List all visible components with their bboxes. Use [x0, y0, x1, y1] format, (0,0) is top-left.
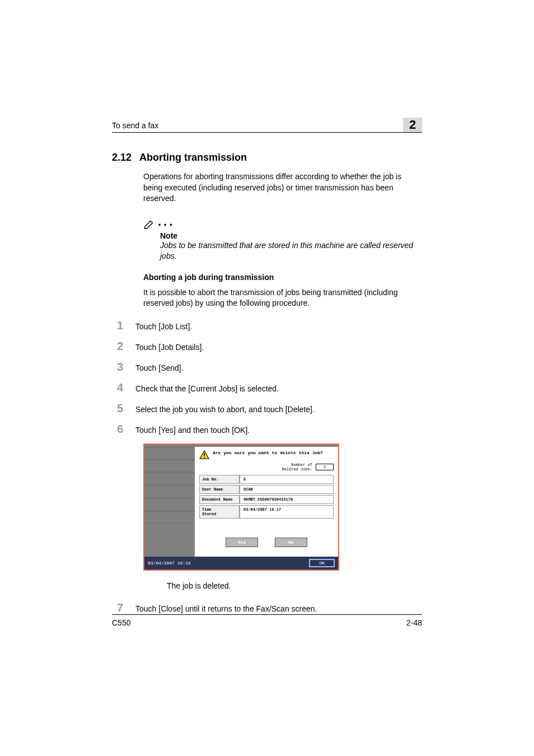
step-number: 5 [112, 402, 123, 415]
deleted-count-label: Number of Deleted Jobs: [282, 463, 312, 472]
step-text: Touch [Job List]. [135, 321, 192, 332]
username-label: User Name [199, 485, 240, 494]
tab-slot [144, 511, 195, 524]
timestored-value: 03/04/2007 16:17 [240, 505, 334, 519]
tab-slot [144, 447, 195, 459]
model-label: C550 [112, 618, 130, 627]
note-ellipsis-icon: ... [158, 214, 175, 230]
note-label: Note [160, 231, 422, 240]
no-button[interactable]: No [275, 538, 307, 547]
step-item: 7 Touch [Close] until it returns to the … [112, 601, 422, 614]
tab-slot [144, 498, 195, 511]
tab-slot [144, 473, 195, 485]
running-header: To send a fax 2 [112, 118, 422, 133]
subsection-intro: It is possible to abort the transmission… [143, 287, 422, 309]
subsection-heading: Aborting a job during transmission [143, 273, 422, 282]
step-number: 7 [112, 601, 123, 614]
section-title: Aborting transmission [139, 152, 247, 164]
ok-button[interactable]: OK [309, 559, 335, 567]
username-value: SCAN [240, 485, 334, 494]
step-text: Touch [Job Details]. [135, 342, 204, 353]
step-item: 5 Select the job you wish to abort, and … [112, 402, 422, 415]
step-number: 6 [112, 423, 123, 436]
tab-slot [144, 486, 195, 498]
deleted-count-value: 1 [316, 464, 334, 470]
note-icon-row: ... [143, 214, 422, 230]
chapter-number: 2 [409, 118, 416, 132]
page-number: 2-48 [406, 618, 422, 627]
dialog-question: Are you sure you want to delete this Job… [213, 450, 323, 455]
section-number: 2.12 [112, 152, 132, 164]
step-item: 4 Check that the [Current Jobs] is selec… [112, 381, 422, 394]
step-item: 1 Touch [Job List]. [112, 319, 422, 332]
tab-slot [144, 460, 195, 472]
dialog-screenshot: Are you sure you want to delete this Job… [143, 444, 422, 571]
step-text: Touch [Yes] and then touch [OK]. [135, 425, 250, 436]
timestored-label: Time Stored [199, 505, 240, 519]
step-number: 2 [112, 340, 123, 353]
result-text: The job is deleted. [167, 581, 422, 592]
dialog-side-tabs [144, 447, 195, 557]
yes-button[interactable]: Yes [226, 538, 258, 547]
steps-list: 1 Touch [Job List]. 2 Touch [Job Details… [112, 319, 422, 436]
jobno-label: Job No. [199, 475, 240, 484]
step-number: 1 [112, 319, 123, 332]
docname-value: SKMBT_C55007030416170 [240, 495, 334, 504]
step-text: Touch [Send]. [135, 363, 184, 374]
warning-icon [199, 450, 209, 459]
pencil-icon [143, 218, 156, 230]
step-item: 3 Touch [Send]. [112, 361, 422, 374]
step-text: Check that the [Current Jobs] is selecte… [135, 384, 279, 394]
page-footer: C550 2-48 [112, 614, 422, 627]
confirm-delete-dialog: Are you sure you want to delete this Job… [143, 444, 339, 571]
document-page: To send a fax 2 2.12 Aborting transmissi… [0, 0, 534, 756]
dialog-footer: 03/04/2007 16:18 OK [144, 557, 338, 570]
section-heading: 2.12 Aborting transmission [112, 152, 422, 164]
steps-list-contd: 7 Touch [Close] until it returns to the … [112, 601, 422, 614]
dialog-timestamp: 03/04/2007 16:18 [148, 561, 191, 566]
running-title: To send a fax [112, 121, 158, 130]
section-intro: Operations for aborting transmissions di… [143, 171, 422, 204]
docname-label: Document Name [199, 495, 240, 504]
step-text: Touch [Close] until it returns to the Fa… [135, 604, 317, 614]
svg-point-2 [204, 457, 205, 458]
step-item: 2 Touch [Job Details]. [112, 340, 422, 353]
step-number: 3 [112, 361, 123, 374]
chapter-badge: 2 [403, 118, 422, 132]
step-number: 4 [112, 381, 123, 394]
note-text: Jobs to be transmitted that are stored i… [160, 240, 422, 262]
step-text: Select the job you wish to abort, and to… [135, 404, 315, 415]
jobno-value: 5 [240, 475, 334, 484]
step-item: 6 Touch [Yes] and then touch [OK]. [112, 423, 422, 436]
